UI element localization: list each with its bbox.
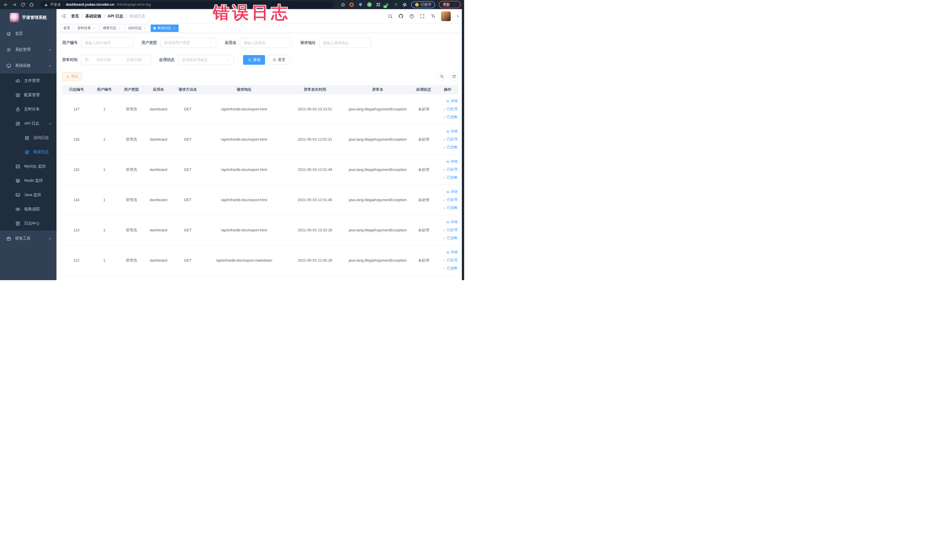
- sidebar-item-API 日志[interactable]: API 日志: [0, 116, 56, 131]
- refresh-button[interactable]: [449, 72, 458, 81]
- sidebar-item-日志中心[interactable]: 日志中心: [0, 216, 56, 230]
- browser-update-button[interactable]: 更新: [439, 1, 461, 8]
- sidebar-item-系统管理[interactable]: 系统管理: [0, 42, 56, 58]
- sidebar-item-错误日志[interactable]: 错误日志: [0, 145, 56, 159]
- hide-search-button[interactable]: [437, 72, 446, 81]
- date-range-picker[interactable]: 开始日期-结束日期: [81, 55, 151, 65]
- tab-调度日志[interactable]: 调度日志: [100, 24, 124, 32]
- action-link-详细[interactable]: 详细: [446, 250, 458, 255]
- reset-button[interactable]: 重置: [268, 55, 290, 65]
- cell-user_type: 管理员: [118, 107, 145, 112]
- chrome-right-cluster: on 已暂停 更新: [340, 1, 461, 8]
- text-input[interactable]: [85, 41, 129, 45]
- user-avatar[interactable]: [441, 11, 451, 21]
- forward-icon[interactable]: [12, 2, 17, 7]
- sidebar-item-MySQL 监控[interactable]: MySQL 监控: [0, 159, 56, 174]
- filter-input[interactable]: [81, 38, 133, 48]
- breadcrumb-item[interactable]: 基础设施: [85, 14, 101, 19]
- extension-grid-icon[interactable]: [376, 2, 381, 7]
- table-row: 1161管理员dashboardGET/api/infra/db-doc/exp…: [62, 124, 458, 155]
- calendar-icon: [85, 58, 89, 62]
- tab-close-icon[interactable]: [173, 27, 176, 30]
- breadcrumb-item[interactable]: API 日志: [108, 14, 123, 19]
- tab-close-icon[interactable]: [93, 27, 96, 30]
- sidebar-item-配置管理[interactable]: 配置管理: [0, 88, 56, 102]
- tab-label: 错误日志: [157, 26, 171, 31]
- action-link-已忽略[interactable]: 已忽略: [443, 205, 458, 210]
- filter-input[interactable]: [240, 38, 292, 48]
- action-link-已处理[interactable]: 已处理: [443, 167, 458, 172]
- search-icon[interactable]: [388, 14, 393, 19]
- font-size-icon[interactable]: [430, 14, 436, 19]
- extension-shield-icon[interactable]: [358, 2, 363, 7]
- extension-pinwheel-icon[interactable]: [402, 2, 408, 7]
- sidebar-item-Java 监控[interactable]: Java 监控: [0, 188, 56, 202]
- extension-orange-icon[interactable]: [349, 2, 354, 7]
- tab-close-icon[interactable]: [143, 27, 147, 30]
- help-icon[interactable]: [409, 14, 414, 19]
- export-button[interactable]: 导出: [62, 72, 82, 81]
- extension-switch-icon[interactable]: on: [385, 2, 390, 7]
- filter-select[interactable]: 请选择用户类型: [160, 38, 216, 48]
- home-icon[interactable]: [29, 2, 34, 7]
- action-link-已忽略[interactable]: 已忽略: [443, 115, 458, 119]
- check-icon: [443, 168, 446, 171]
- action-link-已处理[interactable]: 已处理: [443, 227, 458, 232]
- cell-actions: 详细已处理已忽略: [437, 99, 458, 119]
- hamburger-icon[interactable]: [61, 14, 66, 19]
- action-link-已处理[interactable]: 已处理: [443, 137, 458, 142]
- cell-user_type: 管理员: [118, 167, 145, 172]
- tab-定时任务[interactable]: 定时任务: [75, 24, 98, 32]
- action-link-已忽略[interactable]: 已忽略: [443, 266, 458, 271]
- bookmark-star-icon[interactable]: [340, 2, 345, 7]
- filter-select[interactable]: 请选择处理状态: [178, 55, 234, 65]
- table-body: 1171管理员dashboardGET/api/infra/db-doc/exp…: [62, 94, 458, 276]
- sidebar-item-研发工具[interactable]: 研发工具: [0, 230, 56, 246]
- sidebar-item-首页[interactable]: 首页: [0, 26, 56, 42]
- kebab-menu-icon[interactable]: [452, 3, 457, 7]
- cell-time: 2021-05-03 12:01:45: [285, 198, 345, 202]
- app-shell: 芋道管理系统 首页系统管理基础设施文件管理配置管理定时任务API 日志访问日志错…: [0, 9, 464, 280]
- extension-sprout-icon[interactable]: [394, 2, 398, 7]
- tab-错误日志[interactable]: 错误日志: [151, 24, 179, 32]
- java-icon: [15, 192, 20, 197]
- text-input[interactable]: [323, 41, 368, 45]
- caret-down-icon[interactable]: [456, 15, 459, 18]
- action-link-已处理[interactable]: 已处理: [443, 107, 458, 111]
- action-link-详细[interactable]: 详细: [446, 99, 458, 104]
- tab-close-icon[interactable]: [118, 27, 121, 30]
- action-link-详细[interactable]: 详细: [446, 129, 458, 134]
- tab-访问日志[interactable]: 访问日志: [125, 24, 149, 32]
- action-link-详细[interactable]: 详细: [446, 159, 458, 164]
- text-input[interactable]: [244, 41, 288, 45]
- cell-actions: 详细已处理已忽略: [437, 159, 458, 180]
- search-button[interactable]: 搜索: [243, 55, 265, 65]
- cell-url: /api/infra/db-doc/export-html: [203, 168, 285, 172]
- action-link-已处理[interactable]: 已处理: [443, 197, 458, 202]
- sidebar-item-访问日志[interactable]: 访问日志: [0, 131, 56, 145]
- page-scrollbar[interactable]: [462, 9, 464, 280]
- reload-icon[interactable]: [21, 2, 25, 7]
- sidebar-item-文件管理[interactable]: 文件管理: [0, 73, 56, 88]
- sidebar-logo[interactable]: 芋道管理系统: [0, 9, 56, 26]
- action-link-详细[interactable]: 详细: [446, 189, 458, 194]
- action-link-已处理[interactable]: 已处理: [443, 258, 458, 263]
- search-label: 搜索: [253, 57, 261, 63]
- breadcrumb-item[interactable]: 首页: [71, 14, 79, 19]
- sidebar-item-label: 研发工具: [15, 236, 31, 241]
- paused-extension-button[interactable]: 已暂停: [411, 1, 435, 8]
- extension-green-check-icon[interactable]: [367, 2, 372, 7]
- filter-input[interactable]: [319, 38, 371, 48]
- tab-首页[interactable]: 首页: [61, 24, 73, 32]
- sidebar-item-定时任务[interactable]: 定时任务: [0, 102, 56, 116]
- github-icon[interactable]: [398, 14, 404, 19]
- action-link-已忽略[interactable]: 已忽略: [443, 236, 458, 241]
- action-link-详细[interactable]: 详细: [446, 220, 458, 224]
- sidebar-item-基础设施[interactable]: 基础设施: [0, 58, 56, 73]
- sidebar-item-链路追踪[interactable]: 链路追踪: [0, 202, 56, 216]
- fullscreen-icon[interactable]: [420, 14, 425, 19]
- sidebar-item-Redis 监控[interactable]: Redis 监控: [0, 174, 56, 188]
- action-link-已忽略[interactable]: 已忽略: [443, 145, 458, 150]
- action-link-已忽略[interactable]: 已忽略: [443, 175, 458, 180]
- back-icon[interactable]: [3, 2, 8, 7]
